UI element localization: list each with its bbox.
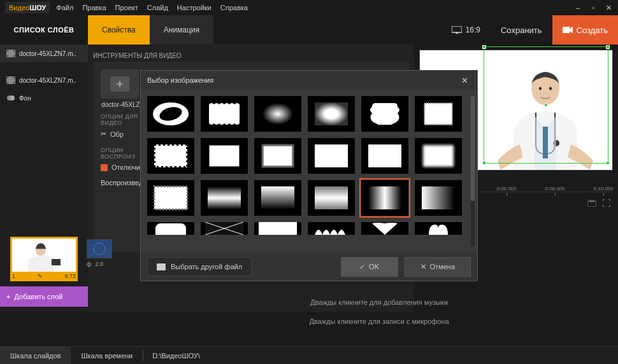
save-button[interactable]: Сохранить: [491, 15, 552, 45]
resize-handle-ne[interactable]: [606, 45, 610, 49]
video-icon: [6, 76, 15, 84]
add-music-hint[interactable]: Дважды кликните для добавления музыки: [140, 293, 618, 312]
cancel-button[interactable]: ✕ Отмена: [405, 257, 471, 277]
crop-option[interactable]: ✂ Обр: [101, 126, 145, 142]
ruler-tick: 0:06.000: [497, 186, 517, 192]
svg-rect-37: [154, 144, 187, 167]
pencil-icon[interactable]: ✎: [38, 273, 43, 279]
aspect-ratio[interactable]: 16:9: [442, 15, 491, 45]
logo-prefix: Видео: [9, 4, 29, 11]
modal-header[interactable]: Выбор изображения ✕: [141, 71, 477, 90]
choose-file-label: Выбрать другой файл: [171, 263, 242, 270]
logo-suffix: ШОУ: [29, 4, 46, 11]
mask-item[interactable]: [254, 138, 301, 174]
mask-item[interactable]: [201, 180, 248, 216]
mask-item[interactable]: [201, 96, 248, 132]
svg-rect-49: [315, 186, 348, 209]
svg-rect-11: [7, 82, 8, 83]
mask-item[interactable]: [415, 96, 462, 132]
center-tabs: Свойства Анимация: [88, 15, 213, 45]
svg-rect-52: [155, 223, 186, 235]
svg-rect-2: [563, 27, 570, 33]
mask-item[interactable]: [361, 96, 408, 132]
aspect-label: 16:9: [466, 25, 480, 34]
add-layer-button[interactable]: + Добавить слой: [0, 286, 88, 307]
menu-settings[interactable]: Настройки: [177, 4, 212, 11]
choose-file-button[interactable]: Выбрать другой файл: [147, 257, 252, 276]
modal-title: Выбор изображения: [147, 76, 213, 84]
tab-properties[interactable]: Свойства: [88, 15, 150, 45]
playback-option[interactable]: Воспроизвед: [101, 175, 145, 190]
transition-thumb[interactable]: [87, 239, 112, 258]
crop-label: Обр: [110, 130, 124, 138]
mask-item[interactable]: [201, 138, 248, 174]
mask-item[interactable]: [147, 180, 194, 216]
layer-item-bg[interactable]: Фон: [0, 89, 88, 107]
svg-point-15: [10, 95, 15, 101]
statusbar: Шкала слайдов Шкала времени D:\ВидеоШОУ\: [0, 346, 618, 364]
mask-item[interactable]: [254, 222, 301, 235]
slide-thumb[interactable]: 1 ✎ 9.72: [5, 234, 83, 284]
svg-rect-7: [13, 50, 15, 52]
mask-item[interactable]: [147, 138, 194, 174]
mask-item[interactable]: [415, 138, 462, 174]
mask-item[interactable]: [147, 222, 194, 235]
close-button[interactable]: ✕: [604, 4, 613, 12]
fullscreen-icon[interactable]: [603, 199, 610, 208]
ok-button[interactable]: ✓ OK: [341, 257, 398, 277]
statusbar-tab-slides[interactable]: Шкала слайдов: [0, 347, 71, 364]
svg-rect-6: [7, 55, 8, 57]
window-controls: – ▫ ✕: [573, 4, 613, 12]
mask-item[interactable]: [308, 138, 355, 174]
menu-file[interactable]: Файл: [56, 4, 73, 11]
mask-item[interactable]: [147, 96, 194, 132]
mask-item-selected[interactable]: [361, 180, 408, 216]
modal-close-button[interactable]: ✕: [459, 76, 471, 85]
checkbox-checked-icon[interactable]: [101, 164, 108, 171]
header-row: СПИСОК СЛОЁВ Свойства Анимация 16:9 Сохр…: [0, 15, 618, 45]
mask-item[interactable]: [201, 222, 248, 235]
svg-rect-35: [315, 102, 348, 125]
menu-project[interactable]: Проект: [115, 4, 138, 11]
minimize-button[interactable]: –: [573, 4, 582, 12]
tab-animation[interactable]: Анимация: [150, 15, 213, 45]
svg-rect-47: [208, 186, 241, 209]
svg-rect-43: [368, 144, 401, 167]
resize-handle-se[interactable]: [606, 161, 610, 165]
tools-label: ИНСТРУМЕНТЫ ДЛЯ ВИДЕО: [93, 50, 409, 62]
camera-icon[interactable]: [587, 200, 596, 208]
mask-item[interactable]: [308, 222, 355, 235]
statusbar-tab-timeline[interactable]: Шкала времени: [71, 347, 143, 364]
menu-edit[interactable]: Правка: [82, 4, 106, 11]
menu-help[interactable]: Справка: [220, 4, 248, 11]
record-mic-hint[interactable]: Дважды кликните для записи с микрофона: [140, 312, 618, 331]
check-icon: ✓: [359, 263, 365, 271]
selection-box[interactable]: [484, 46, 608, 164]
mask-item[interactable]: [254, 96, 301, 132]
mask-grid: [147, 96, 471, 235]
mask-item[interactable]: [415, 222, 462, 235]
mask-item[interactable]: [254, 180, 301, 216]
create-button[interactable]: Создать: [552, 15, 618, 45]
add-layer-label: Добавить слой: [14, 293, 62, 300]
menu-slide[interactable]: Слайд: [147, 4, 168, 11]
maximize-button[interactable]: ▫: [589, 4, 598, 12]
sparkle-icon: [110, 76, 129, 92]
app-logo: ВидеоШОУ: [5, 2, 50, 13]
mask-item[interactable]: [361, 138, 408, 174]
mask-item[interactable]: [361, 222, 408, 235]
svg-rect-39: [209, 145, 240, 167]
mask-item[interactable]: [415, 180, 462, 216]
layer-bg-label: Фон: [19, 95, 31, 102]
mask-item[interactable]: [308, 96, 355, 132]
rotate-handle[interactable]: [544, 103, 548, 107]
layer-item-2[interactable]: doctor-45XLZN7.m..: [0, 71, 88, 89]
modal-scrollbar[interactable]: [471, 96, 475, 246]
resize-handle-sw[interactable]: [482, 161, 486, 165]
resize-handle-nw[interactable]: [482, 45, 486, 49]
layer-item-1[interactable]: doctor-45XLZN7.m..: [0, 45, 88, 62]
svg-rect-50: [368, 186, 401, 209]
disable-option[interactable]: Отключит: [101, 160, 145, 175]
scrollbar-thumb[interactable]: [471, 96, 475, 201]
mask-item[interactable]: [308, 180, 355, 216]
